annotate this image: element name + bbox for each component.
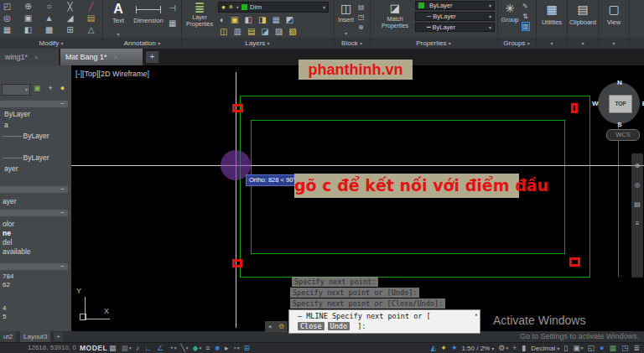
viewport-controls-label[interactable]: [-][Top][2D Wireframe] [75,70,149,78]
dimension-button[interactable]: Dimension [131,2,166,24]
layer-tool-icon[interactable]: ◩ [286,14,293,26]
panel-label-modify[interactable]: Modify ▾ [0,38,102,49]
collapse-icon[interactable]: − [60,210,65,216]
navigation-tool-icon[interactable]: ≡ [636,220,640,227]
status-tool-icon[interactable]: ▯ [564,343,569,353]
wcs-badge[interactable]: WCS [606,129,640,141]
modify-tool-icon[interactable]: ╱ [80,1,101,13]
status-tool-icon[interactable]: + [512,343,517,353]
new-layout-button[interactable]: + [54,332,63,341]
modify-tool-icon[interactable]: △ [80,24,101,36]
layer-tool-icon[interactable]: ◐ [220,14,225,26]
new-tab-button[interactable]: + [146,51,158,63]
layer-tool-icon[interactable]: ▥ [233,26,241,38]
status-toggle-icon[interactable]: ▦ [109,343,117,353]
palette-row[interactable]: del [3,238,71,247]
layer-tool-icon[interactable]: ◧ [245,14,252,26]
palette-section-bar[interactable]: − [0,210,68,216]
palette-row[interactable] [3,288,71,297]
palette-section-bar[interactable]: − [0,186,68,193]
palette-row[interactable]: 5 [3,313,71,321]
collapse-icon[interactable]: − [60,186,65,193]
units-button[interactable]: Decimal▾ [531,345,559,352]
palette-row[interactable]: ———ByLayer [3,153,71,164]
navigation-tool-icon[interactable]: ⊕ [635,162,641,169]
collapse-icon[interactable]: − [60,101,65,107]
bylayer-dropdown[interactable]: ━ ByLayer ▾ [415,23,495,32]
navigation-tool-icon[interactable]: ▤ [634,200,641,208]
status-tool-icon[interactable]: ▣▾ [573,343,583,353]
command-input[interactable]: ▴ – MLINE Specify next point or [ CloseU… [288,309,480,334]
status-toggle-icon[interactable]: ▪▾ [234,343,240,353]
layer-tool-icon[interactable]: ▤ [247,26,255,38]
block-tool-icon[interactable]: ◳ [358,13,365,21]
annotation-tool-icon[interactable]: ▦ [169,18,176,29]
status-tool-icon[interactable]: ≣ [633,343,641,353]
layer-tool-icon[interactable]: ◪ [261,26,268,38]
palette-row[interactable]: available [3,247,71,257]
status-toggle-icon[interactable]: ╲▾ [180,343,188,353]
panel-label-layers[interactable]: Layers ▾ [181,38,334,49]
ribbon-tool-button[interactable]: ▦ Utilities ▾ [537,0,568,49]
palette-row[interactable] [3,297,71,305]
palette-tool-icon[interactable]: + [49,84,53,92]
status-toggle-icon[interactable]: ▸ [225,343,230,353]
group-tool-icon[interactable]: ⇅ [522,13,529,20]
grip-bottom-left[interactable] [232,259,242,267]
layer-select-dropdown[interactable]: ●☀▪ Dim ▾ [218,2,329,13]
palette-section-bar[interactable]: − [0,263,68,270]
status-toggle-icon[interactable]: ◆▾ [193,343,202,353]
group-tool-icon[interactable]: ✎ [522,3,529,10]
modify-tool-icon[interactable]: ○ [39,1,60,13]
panel-label-annotation[interactable]: Annotation ▾ [103,38,181,49]
customize-wrench-icon[interactable]: ⚙ [278,323,284,330]
doc-tab-mat-bang[interactable]: Mat Bang 1* × [60,49,143,65]
layer-tool-icon[interactable]: ◫ [220,26,227,38]
status-toggle-icon[interactable]: ⊞ [243,343,251,353]
status-tool-icon[interactable]: ● [600,343,605,353]
palette-row[interactable]: 784 [3,273,71,281]
grip-top-left[interactable] [232,104,243,112]
viewcube-north[interactable]: N [596,79,643,86]
bylayer-dropdown[interactable]: ByLayer ▾ [415,1,495,10]
palette-row[interactable]: 62 [3,281,71,289]
block-tool-icon[interactable]: ▤ [358,3,365,11]
layout-tab-layout2[interactable]: ut2 [0,331,16,342]
modify-tool-icon[interactable]: ╳ [60,1,80,13]
navigation-tool-icon[interactable]: ◎ [635,181,641,189]
modify-tool-icon[interactable]: ◰ [0,1,18,13]
insert-button[interactable]: ◫ Insert ▾ [335,1,357,39]
ribbon-tool-button[interactable]: ▤ Clipboard ▾ [568,0,599,49]
palette-row[interactable]: ayer [3,164,71,174]
status-toggle-icon[interactable]: ∟ [144,343,153,353]
doc-tab-drawing1[interactable]: wing1* × [0,49,59,65]
status-tool-icon[interactable]: ▮ [522,343,527,353]
status-tool-icon[interactable]: ▦ [609,343,617,353]
panel-label-groups[interactable]: Groups ▾ [497,38,536,49]
text-button[interactable]: A Text ▾ [106,2,130,39]
modify-tool-icon[interactable]: ▣ [18,13,39,24]
status-toggle-icon[interactable]: ≡ [205,343,210,353]
bylayer-dropdown[interactable]: ─ ByLayer ▾ [415,12,495,21]
layout-tab-layout3[interactable]: Layout3 [20,331,50,342]
annotation-status-icon[interactable]: ✦ [451,343,458,353]
panel-label-properties[interactable]: Properties ▾ [370,38,497,49]
command-option-button[interactable]: Close [298,322,325,330]
status-toggle-icon[interactable]: ∠ [157,343,164,353]
layer-tool-icon[interactable]: ▦ [272,14,279,26]
grip-top-right[interactable] [571,103,578,113]
status-tool-icon[interactable]: ◳ [621,343,630,353]
annotation-status-icon[interactable]: ✦ [440,343,447,353]
modify-tool-icon[interactable]: ▩ [39,24,60,36]
modify-tool-icon[interactable]: ▦ [0,24,18,36]
command-option-button[interactable]: Undo [328,322,350,330]
status-toggle-icon[interactable]: ◔▾ [169,343,176,353]
modify-tool-icon[interactable]: ▲ [39,13,60,24]
model-space-button[interactable]: MODEL [80,343,107,353]
viewcube-top-face[interactable]: TOP [609,95,632,113]
annotation-scale-button[interactable]: 1:50 / 2%▾ [461,345,494,352]
palette-row[interactable]: ne [3,229,71,238]
layer-tool-icon[interactable]: ▨ [275,26,283,38]
group-tool-icon[interactable]: ▥ [522,23,529,30]
palette-row[interactable]: ByLayer [3,109,71,120]
